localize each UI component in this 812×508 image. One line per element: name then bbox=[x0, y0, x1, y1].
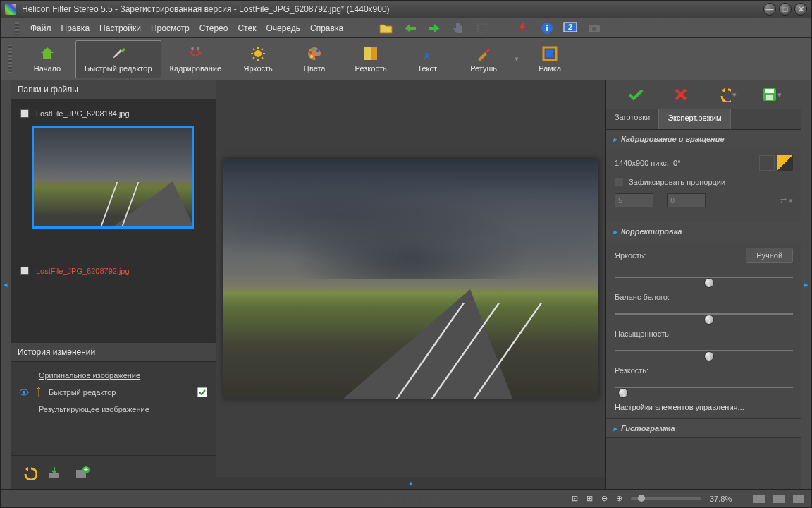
svg-line-17 bbox=[253, 57, 254, 59]
monitor-icon[interactable]: 2 bbox=[563, 20, 579, 36]
tool-sharpness[interactable]: Резкость bbox=[343, 40, 399, 78]
brightness-slider[interactable] bbox=[615, 270, 793, 284]
cancel-button[interactable] bbox=[671, 86, 691, 103]
forward-icon[interactable] bbox=[426, 20, 442, 36]
tool-home[interactable]: Начало bbox=[19, 40, 75, 78]
menu-view[interactable]: Просмотр bbox=[148, 23, 192, 33]
back-icon[interactable] bbox=[402, 20, 418, 36]
fit-icon[interactable] bbox=[759, 155, 775, 171]
rotate-icon[interactable] bbox=[777, 155, 793, 171]
menu-help[interactable]: Справка bbox=[307, 23, 346, 33]
swap-icon[interactable]: ⇄ ▾ bbox=[780, 196, 793, 205]
open-folder-icon[interactable] bbox=[379, 20, 394, 36]
svg-point-9 bbox=[254, 50, 262, 57]
tool-colors[interactable]: Цвета bbox=[286, 40, 343, 78]
tab-expert[interactable]: Эксперт.режим bbox=[658, 109, 730, 129]
zoom-value: 37.8% bbox=[710, 495, 745, 503]
zoom-in-icon[interactable]: ⊕ bbox=[616, 494, 622, 503]
svg-point-28 bbox=[23, 391, 25, 394]
file-name-current: LostFile_JPG_6208792.jpg bbox=[36, 267, 130, 275]
menu-stereo[interactable]: Стерео bbox=[197, 23, 231, 33]
dimensions-label: 1440x900 пикс.; 0° bbox=[615, 159, 681, 167]
file-item-current[interactable]: LostFile_JPG_6208792.jpg bbox=[18, 264, 209, 278]
revert-button[interactable]: ▾ bbox=[717, 86, 737, 103]
tool-brightness[interactable]: Яркость bbox=[230, 40, 286, 78]
collapse-right[interactable]: ▸ bbox=[801, 80, 811, 489]
tool-crop[interactable]: Кадрирование bbox=[161, 40, 230, 78]
saturation-slider[interactable] bbox=[615, 344, 793, 358]
menubar: Файл Правка Настройки Просмотр Стерео Ст… bbox=[1, 18, 811, 38]
apply-button[interactable] bbox=[626, 86, 646, 103]
history-list: Оригинальное изображение Быстрый редакто… bbox=[11, 362, 216, 455]
save-button[interactable]: ▾ bbox=[762, 86, 782, 103]
view-split-h-icon[interactable] bbox=[773, 495, 785, 503]
main-toolbar: Начало Быстрый редактор Кадрирование Ярк… bbox=[1, 38, 811, 80]
minimize-button[interactable]: — bbox=[763, 3, 776, 16]
pin-icon[interactable] bbox=[515, 20, 531, 36]
info-icon[interactable]: i bbox=[539, 20, 555, 36]
section-histogram[interactable]: ▸Гистограмма bbox=[606, 419, 801, 437]
controls-settings-link[interactable]: Настройки элементов управления... bbox=[615, 403, 793, 411]
file-list[interactable]: LostFile_JPG_6208184.jpg LostFile_JPG_62… bbox=[11, 99, 216, 343]
main-image[interactable] bbox=[223, 159, 598, 399]
history-original[interactable]: Оригинальное изображение bbox=[19, 368, 207, 383]
brightness-mode-button[interactable]: Ручной bbox=[746, 248, 793, 263]
zoom-fit-icon[interactable]: ⊡ bbox=[572, 494, 578, 503]
menu-file[interactable]: Файл bbox=[27, 23, 54, 33]
wb-slider[interactable] bbox=[615, 307, 793, 321]
svg-point-8 bbox=[197, 47, 199, 50]
thumbnail-selected[interactable] bbox=[32, 126, 194, 229]
menu-stack[interactable]: Стек bbox=[235, 23, 259, 33]
zoom-slider[interactable] bbox=[631, 497, 701, 500]
svg-line-15 bbox=[262, 57, 263, 59]
import-button[interactable] bbox=[46, 464, 66, 482]
camera-icon[interactable] bbox=[587, 20, 603, 36]
section-adjust[interactable]: ▸Корректировка bbox=[606, 222, 801, 241]
sharpness-slider[interactable] bbox=[615, 380, 793, 394]
history-result[interactable]: Результирующее изображение bbox=[19, 401, 207, 417]
menu-settings[interactable]: Настройки bbox=[97, 23, 144, 33]
tool-retouch[interactable]: Ретушь bbox=[455, 40, 512, 78]
svg-rect-23 bbox=[371, 47, 377, 60]
eye-icon bbox=[19, 389, 29, 396]
window-title: Helicon Filter Stereo 5.5 - Зарегистриро… bbox=[22, 4, 763, 14]
svg-rect-26 bbox=[546, 50, 553, 57]
file-item[interactable]: LostFile_JPG_6208184.jpg bbox=[18, 107, 209, 121]
collapse-left[interactable]: ◂ bbox=[1, 80, 11, 489]
history-quick-editor[interactable]: Быстрый редактор bbox=[19, 383, 207, 401]
view-single-icon[interactable] bbox=[753, 495, 765, 503]
app-logo-icon bbox=[5, 4, 16, 15]
undo-button[interactable] bbox=[19, 464, 39, 482]
hand-icon[interactable] bbox=[450, 20, 466, 36]
svg-rect-35 bbox=[765, 89, 774, 93]
svg-line-16 bbox=[262, 49, 263, 50]
ratio-w-input[interactable]: 5 bbox=[615, 193, 653, 207]
checkbox[interactable] bbox=[20, 109, 29, 118]
right-panel: ▾ ▾ Заготовки Эксперт.режим ▸Кадрировани… bbox=[605, 80, 801, 489]
close-button[interactable]: ✕ bbox=[794, 3, 807, 16]
tool-quick-editor[interactable]: Быстрый редактор bbox=[75, 40, 161, 78]
expand-down-icon[interactable]: ▴ bbox=[216, 477, 605, 489]
maximize-button[interactable]: □ bbox=[779, 3, 792, 16]
add-button[interactable]: + bbox=[73, 464, 92, 482]
ratio-h-input[interactable]: 8 bbox=[667, 193, 706, 207]
tool-frame[interactable]: Рамка bbox=[522, 40, 578, 78]
zoom-out-icon[interactable]: ⊖ bbox=[601, 494, 608, 503]
section-crop[interactable]: ▸Кадрирование и вращение bbox=[606, 130, 801, 148]
view-split-v-icon[interactable] bbox=[793, 495, 804, 503]
svg-point-21 bbox=[310, 55, 313, 58]
svg-text:2: 2 bbox=[568, 23, 572, 31]
zoom-actual-icon[interactable]: ⊞ bbox=[586, 494, 593, 503]
menu-queue[interactable]: Очередь bbox=[263, 23, 303, 33]
step-icon bbox=[35, 387, 43, 398]
svg-rect-36 bbox=[766, 95, 773, 100]
tool-text[interactable]: AТекст bbox=[399, 40, 455, 78]
select-icon[interactable] bbox=[474, 20, 490, 36]
check-icon[interactable] bbox=[197, 387, 207, 397]
lock-ratio-checkbox[interactable] bbox=[615, 178, 623, 186]
menu-edit[interactable]: Правка bbox=[59, 23, 93, 33]
watermark: www.PROFiSMART.ru bbox=[350, 495, 462, 507]
checkbox[interactable] bbox=[20, 267, 29, 275]
canvas-area: ▴ bbox=[216, 80, 605, 489]
tab-presets[interactable]: Заготовки bbox=[606, 109, 658, 129]
